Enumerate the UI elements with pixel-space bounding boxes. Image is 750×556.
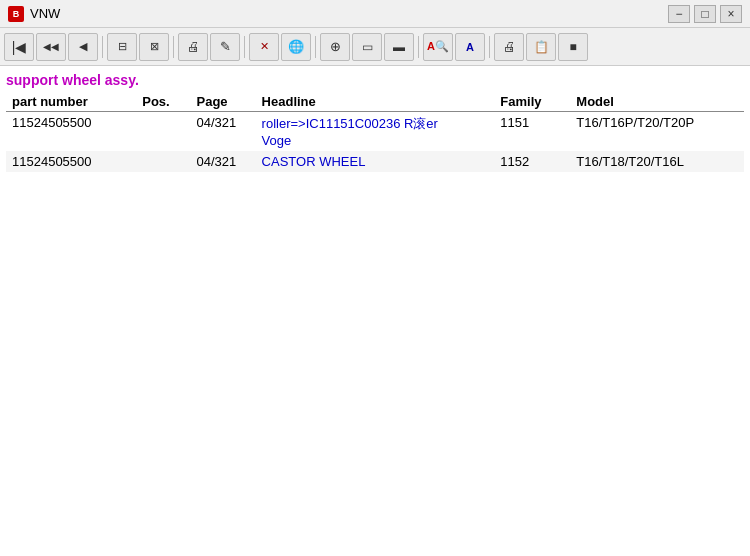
col-header-pos: Pos. — [136, 92, 190, 112]
find-a2-button[interactable]: A — [455, 33, 485, 61]
toolbar-sep-1 — [102, 36, 103, 58]
cell-model-1: T16/T16P/T20/T20P — [570, 112, 744, 152]
toolbar: |◀ ◀◀ ◀ ⊟ ⊠ 🖨 ✎ ✕ 🌐 ⊕ ▭ ▬ A🔍 A 🖨 📋 ■ — [0, 28, 750, 66]
col-header-page: Page — [190, 92, 255, 112]
cursor-off-button[interactable]: ✕ — [249, 33, 279, 61]
page-view-button[interactable]: ▭ — [352, 33, 382, 61]
record-end-button[interactable]: ⊠ — [139, 33, 169, 61]
col-header-model: Model — [570, 92, 744, 112]
cell-headline-2[interactable]: CASTOR WHEEL — [256, 151, 495, 172]
nav-prev-button[interactable]: ◀ — [68, 33, 98, 61]
toolbar-sep-3 — [244, 36, 245, 58]
toolbar-sep-4 — [315, 36, 316, 58]
close-button[interactable]: × — [720, 5, 742, 23]
cell-partnumber-2: 11524505500 — [6, 151, 136, 172]
col-header-partnumber: part number — [6, 92, 136, 112]
maximize-button[interactable]: □ — [694, 5, 716, 23]
title-bar: B VNW − □ × — [0, 0, 750, 28]
cell-pos-1 — [136, 112, 190, 152]
globe-button[interactable]: 🌐 — [281, 33, 311, 61]
print-button[interactable]: 🖨 — [178, 33, 208, 61]
minimize-button[interactable]: − — [668, 5, 690, 23]
cell-family-2: 1152 — [494, 151, 570, 172]
find-a-button[interactable]: A🔍 — [423, 33, 453, 61]
cell-page-2: 04/321 — [190, 151, 255, 172]
cell-page-1: 04/321 — [190, 112, 255, 152]
stop-button[interactable]: ■ — [558, 33, 588, 61]
page-view2-button[interactable]: ▬ — [384, 33, 414, 61]
results-table: part number Pos. Page Headline Family Mo… — [6, 92, 744, 172]
cell-partnumber-1: 11524505500 — [6, 112, 136, 152]
record-start-button[interactable]: ⊟ — [107, 33, 137, 61]
cell-family-1: 1151 — [494, 112, 570, 152]
col-header-headline: Headline — [256, 92, 495, 112]
cell-model-2: T16/T18/T20/T16L — [570, 151, 744, 172]
doc-view-button[interactable]: 📋 — [526, 33, 556, 61]
content-area: support wheel assy. part number Pos. Pag… — [0, 66, 750, 556]
section-title: support wheel assy. — [6, 72, 744, 88]
headline-link-1[interactable]: roller=>IC11151C00236 R滚erVoge — [262, 116, 438, 148]
edit-button[interactable]: ✎ — [210, 33, 240, 61]
app-icon: B — [8, 6, 24, 22]
window-title: VNW — [30, 6, 60, 21]
window-controls: − □ × — [668, 5, 742, 23]
toolbar-sep-6 — [489, 36, 490, 58]
app-icon-text: B — [13, 9, 20, 19]
headline-link-2[interactable]: CASTOR WHEEL — [262, 154, 366, 169]
nav-prev-skip-button[interactable]: ◀◀ — [36, 33, 66, 61]
toolbar-sep-5 — [418, 36, 419, 58]
table-header-row: part number Pos. Page Headline Family Mo… — [6, 92, 744, 112]
col-header-family: Family — [494, 92, 570, 112]
zoom-button[interactable]: ⊕ — [320, 33, 350, 61]
cell-headline-1[interactable]: roller=>IC11151C00236 R滚erVoge — [256, 112, 495, 152]
printer2-button[interactable]: 🖨 — [494, 33, 524, 61]
nav-first-button[interactable]: |◀ — [4, 33, 34, 61]
title-bar-left: B VNW — [8, 6, 60, 22]
table-row: 11524505500 04/321 roller=>IC11151C00236… — [6, 112, 744, 152]
toolbar-sep-2 — [173, 36, 174, 58]
cell-pos-2 — [136, 151, 190, 172]
table-row: 11524505500 04/321 CASTOR WHEEL 1152 T16… — [6, 151, 744, 172]
